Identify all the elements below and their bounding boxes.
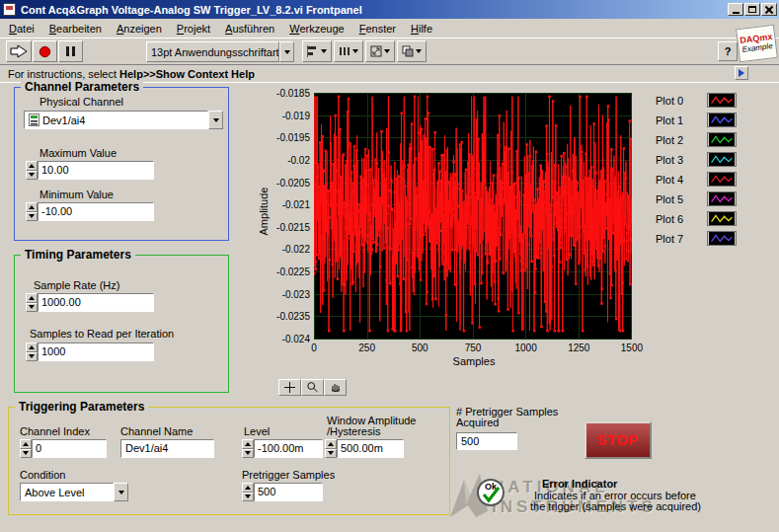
sample-rate-control[interactable]: 1000.00 [26,293,154,312]
physical-channel-label: Physical Channel [39,96,123,108]
plot-style-icon[interactable] [707,231,737,246]
sample-rate-input[interactable]: 1000.00 [38,293,154,312]
level-control[interactable]: -100.00m [242,439,323,458]
down-arrow-icon [29,354,35,358]
pause-button[interactable] [58,40,83,62]
up-arrow-icon [29,345,35,349]
menu-projekt[interactable]: Projekt [170,20,218,38]
menu-hilfe[interactable]: Hilfe [404,20,440,38]
maximum-value-input[interactable]: 10.00 [38,161,154,180]
legend-item[interactable]: Plot 5 [654,190,739,208]
ok-status-icon: Ok [476,478,506,507]
chevron-down-icon [416,49,422,53]
channel-index-control[interactable]: 0 [20,439,107,458]
decrement-button[interactable] [325,449,337,459]
legend-item[interactable]: Plot 2 [654,130,739,149]
menu-datei[interactable]: Datei [2,20,42,38]
increment-button[interactable] [26,342,38,352]
menu-bearbeiten[interactable]: Bearbeiten [42,20,110,38]
pretrigger-samples-input[interactable]: 500 [254,483,323,501]
vi-icon[interactable] [3,3,16,16]
minimum-value-input[interactable]: -10.00 [38,202,154,221]
reorder-button[interactable] [397,40,427,62]
channel-index-input[interactable]: 0 [32,439,107,458]
instruction-emphasis: Help>>Show Context Help [119,68,255,80]
samples-per-iteration-input[interactable]: 1000 [38,342,154,361]
graph-zoom-tool-button[interactable] [301,379,324,396]
font-selector[interactable]: 13pt Anwendungsschriftart [146,41,294,62]
panel-scroll-button[interactable] [735,66,748,80]
decrement-button[interactable] [26,303,38,313]
legend-item[interactable]: Plot 7 [654,229,739,248]
condition-field[interactable]: Above Level [20,483,114,501]
close-button[interactable] [761,3,777,16]
decrement-button[interactable] [26,171,38,181]
channel-name-input[interactable]: Dev1/ai4 [120,439,214,458]
physical-channel-select[interactable]: Dev1/ai4 [24,111,223,129]
stop-button[interactable]: STOP [584,421,652,459]
minimize-button[interactable] [728,3,743,16]
title-bar[interactable]: Cont Acq&Graph Voltage-Analog SW Trigger… [0,0,779,19]
graph-cursor-tool-button[interactable] [278,379,301,396]
y-tick: -0.02 [287,155,310,166]
increment-button[interactable] [325,439,337,449]
decrement-button[interactable] [20,449,32,459]
y-tick: -0.0235 [276,311,310,322]
minimum-value-control[interactable]: -10.00 [26,202,154,221]
menu-anzeigen[interactable]: Anzeigen [110,20,170,38]
align-objects-button[interactable] [302,40,332,62]
plot-style-icon[interactable] [707,113,737,127]
increment-button[interactable] [242,483,254,493]
maximum-value-control[interactable]: 10.00 [26,161,154,180]
abort-button[interactable] [33,40,57,62]
waveform-canvas[interactable] [314,93,632,340]
level-input[interactable]: -100.00m [254,439,323,458]
abort-icon [39,45,51,58]
decrement-button[interactable] [26,352,38,362]
font-selector-field[interactable]: 13pt Anwendungsschriftart [146,41,279,62]
decrement-button[interactable] [242,449,254,459]
increment-button[interactable] [242,439,254,449]
increment-button[interactable] [20,439,32,449]
waveform-graph[interactable] [314,93,632,340]
legend-item[interactable]: Plot 4 [654,170,739,189]
legend-item[interactable]: Plot 0 [654,91,739,110]
plot-style-icon[interactable] [707,132,737,147]
increment-button[interactable] [26,293,38,303]
resize-objects-button[interactable] [365,40,395,62]
legend-item-label: Plot 1 [656,114,683,126]
timing-parameters-group: Timing Parameters [14,255,229,393]
plot-style-icon[interactable] [707,191,737,206]
up-arrow-icon [245,486,251,490]
plot-style-icon[interactable] [707,93,737,108]
legend-item[interactable]: Plot 3 [654,150,739,169]
run-button[interactable] [6,40,32,62]
menu-ausfuehren[interactable]: Ausführen [218,20,282,38]
menu-werkzeuge[interactable]: Werkzeuge [282,20,351,38]
decrement-button[interactable] [242,493,254,502]
plot-style-icon[interactable] [707,152,737,167]
legend-item[interactable]: Plot 6 [654,209,739,228]
physical-channel-field[interactable]: Dev1/ai4 [24,111,208,129]
increment-button[interactable] [26,161,38,171]
plot-style-icon[interactable] [707,211,737,226]
increment-button[interactable] [26,202,38,212]
y-tick: -0.0185 [276,88,310,99]
context-help-button[interactable]: ? [718,41,738,61]
condition-select[interactable]: Above Level [20,483,128,501]
condition-dropdown-button[interactable] [114,483,128,501]
maximize-button[interactable] [744,3,760,16]
window-amplitude-control[interactable]: 500.00m [325,439,404,458]
font-selector-dropdown-button[interactable] [279,41,294,62]
legend-item[interactable]: Plot 1 [654,111,739,129]
window-amplitude-input[interactable]: 500.00m [337,439,404,458]
pretrigger-acquired-value: 500 [456,432,517,450]
physical-channel-dropdown-button[interactable] [208,111,223,129]
plot-style-icon[interactable] [707,172,737,187]
distribute-objects-button[interactable] [334,40,363,62]
graph-pan-tool-button[interactable] [324,379,347,396]
pretrigger-samples-control[interactable]: 500 [242,483,323,501]
decrement-button[interactable] [26,212,38,222]
menu-fenster[interactable]: Fenster [352,20,404,38]
samples-per-iteration-control[interactable]: 1000 [26,342,154,361]
